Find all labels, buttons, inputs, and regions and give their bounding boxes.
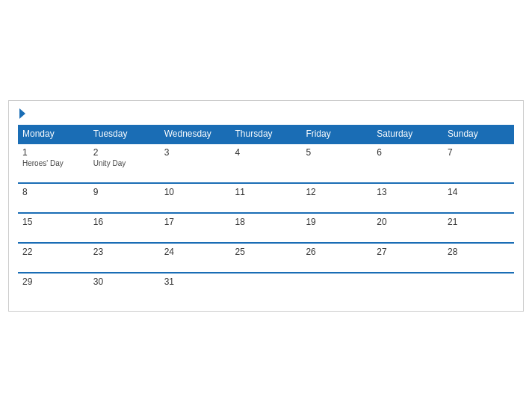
event-label: Unity Day <box>93 159 155 167</box>
calendar-cell <box>443 273 514 302</box>
day-number: 3 <box>164 147 226 158</box>
calendar-cell: 18 <box>231 213 302 243</box>
day-number: 29 <box>22 276 84 287</box>
calendar-cell: 10 <box>160 183 231 213</box>
day-number: 26 <box>306 247 368 257</box>
calendar-header <box>18 108 514 119</box>
weekday-header-row: MondayTuesdayWednesdayThursdayFridaySatu… <box>18 125 514 143</box>
day-number: 7 <box>448 147 510 158</box>
week-row: 891011121314 <box>18 183 514 213</box>
calendar-cell: 15 <box>18 213 89 243</box>
weekday-header: Saturday <box>372 125 443 143</box>
event-label: Heroes' Day <box>22 159 84 167</box>
calendar-cell: 7 <box>443 143 514 183</box>
day-number: 24 <box>164 247 226 257</box>
day-number: 28 <box>448 247 510 257</box>
day-number: 31 <box>164 276 226 287</box>
calendar-cell: 19 <box>301 213 372 243</box>
calendar-cell: 11 <box>231 183 302 213</box>
day-number: 4 <box>235 147 297 158</box>
calendar-cell: 14 <box>443 183 514 213</box>
day-number: 27 <box>377 247 439 257</box>
calendar-cell: 3 <box>160 143 231 183</box>
day-number: 18 <box>235 217 297 227</box>
calendar-cell: 13 <box>372 183 443 213</box>
logo-triangle-icon <box>19 108 25 119</box>
calendar-cell: 8 <box>18 183 89 213</box>
week-row: 22232425262728 <box>18 243 514 273</box>
calendar-cell: 6 <box>372 143 443 183</box>
day-number: 1 <box>22 147 84 158</box>
calendar-wrapper: MondayTuesdayWednesdayThursdayFridaySatu… <box>8 100 524 312</box>
day-number: 19 <box>306 217 368 227</box>
calendar-cell <box>372 273 443 302</box>
day-number: 2 <box>93 147 155 158</box>
day-number: 10 <box>164 187 226 197</box>
calendar-cell <box>231 273 302 302</box>
weekday-header: Friday <box>301 125 372 143</box>
calendar-cell: 17 <box>160 213 231 243</box>
weekday-header: Wednesday <box>160 125 231 143</box>
day-number: 13 <box>377 187 439 197</box>
calendar-cell: 28 <box>443 243 514 273</box>
day-number: 30 <box>93 276 155 287</box>
weekday-header: Tuesday <box>89 125 160 143</box>
calendar-cell: 5 <box>301 143 372 183</box>
calendar-cell: 16 <box>89 213 160 243</box>
week-row: 1Heroes' Day2Unity Day34567 <box>18 143 514 183</box>
calendar-table: MondayTuesdayWednesdayThursdayFridaySatu… <box>18 125 514 302</box>
calendar-cell: 22 <box>18 243 89 273</box>
calendar-cell: 24 <box>160 243 231 273</box>
day-number: 23 <box>93 247 155 257</box>
logo-blue-text <box>18 108 27 119</box>
calendar-cell: 26 <box>301 243 372 273</box>
day-number: 15 <box>22 217 84 227</box>
day-number: 21 <box>448 217 510 227</box>
calendar-cell: 1Heroes' Day <box>18 143 89 183</box>
calendar-cell: 2Unity Day <box>89 143 160 183</box>
day-number: 9 <box>93 187 155 197</box>
calendar-cell: 27 <box>372 243 443 273</box>
calendar-cell: 4 <box>231 143 302 183</box>
day-number: 8 <box>22 187 84 197</box>
calendar-cell <box>301 273 372 302</box>
day-number: 17 <box>164 217 226 227</box>
weekday-header: Sunday <box>443 125 514 143</box>
calendar-cell: 30 <box>89 273 160 302</box>
day-number: 5 <box>306 147 368 158</box>
calendar-cell: 29 <box>18 273 89 302</box>
day-number: 16 <box>93 217 155 227</box>
calendar-cell: 31 <box>160 273 231 302</box>
day-number: 14 <box>448 187 510 197</box>
calendar-cell: 25 <box>231 243 302 273</box>
calendar-cell: 21 <box>443 213 514 243</box>
week-row: 15161718192021 <box>18 213 514 243</box>
day-number: 11 <box>235 187 297 197</box>
day-number: 25 <box>235 247 297 257</box>
calendar-cell: 20 <box>372 213 443 243</box>
calendar-cell: 9 <box>89 183 160 213</box>
weekday-header: Thursday <box>231 125 302 143</box>
day-number: 6 <box>377 147 439 158</box>
logo <box>18 108 27 119</box>
week-row: 293031 <box>18 273 514 302</box>
day-number: 20 <box>377 217 439 227</box>
calendar-cell: 12 <box>301 183 372 213</box>
day-number: 12 <box>306 187 368 197</box>
day-number: 22 <box>22 247 84 257</box>
weekday-header: Monday <box>18 125 89 143</box>
calendar-cell: 23 <box>89 243 160 273</box>
